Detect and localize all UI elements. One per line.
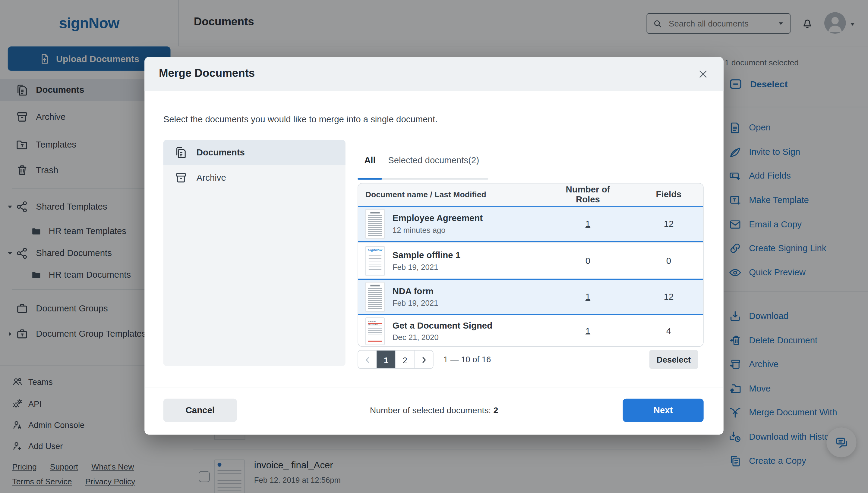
- documents-icon: [174, 146, 187, 159]
- modal-title: Merge Documents: [159, 67, 255, 80]
- fields-count: 12: [655, 292, 683, 302]
- document-thumbnail: Sample Document: [365, 317, 385, 345]
- document-date: Dec 21, 2020: [392, 333, 492, 342]
- document-name: Get a Document Signed: [392, 321, 492, 331]
- roles-link: 1: [574, 292, 602, 302]
- merge-documents-modal: Merge Documents Select the documents you…: [144, 57, 724, 434]
- table-row[interactable]: SignNow Sample offline 1 Feb 19, 2021 0 …: [358, 242, 703, 279]
- signnow-thumbnail: SignNow: [365, 246, 385, 276]
- source-documents[interactable]: Documents: [163, 140, 345, 165]
- roles-link: 1: [574, 219, 602, 229]
- col-fields-header: Fields: [649, 190, 688, 200]
- chevron-right-icon: [419, 355, 429, 365]
- pagination: 1 2: [358, 350, 433, 369]
- document-date: Feb 19, 2021: [392, 262, 460, 271]
- document-name: NDA form: [392, 286, 438, 296]
- table-header-row: Document name / Last Modified Number of …: [358, 184, 703, 206]
- roles-link: 1: [574, 326, 602, 336]
- document-name: Sample offline 1: [392, 250, 460, 260]
- fields-count: 4: [655, 326, 683, 336]
- documents-table: Document name / Last Modified Number of …: [358, 183, 704, 347]
- document-thumbnail: [365, 209, 385, 239]
- page-prev-button[interactable]: [358, 350, 377, 369]
- source-panel: Documents Archive: [163, 140, 345, 366]
- col-name-header: Document name / Last Modified: [365, 190, 486, 199]
- page-2-button[interactable]: 2: [395, 350, 414, 369]
- table-deselect-button[interactable]: Deselect: [649, 350, 698, 369]
- col-roles-header: Number of Roles: [566, 185, 610, 205]
- modal-description: Select the documents you would like to m…: [163, 114, 438, 124]
- tab-all[interactable]: All: [364, 155, 376, 165]
- archive-icon: [174, 171, 187, 185]
- next-button[interactable]: Next: [623, 399, 704, 422]
- app: signNow Upload Documents Documents Archi…: [0, 0, 868, 493]
- source-archive[interactable]: Archive: [163, 165, 345, 191]
- fields-count: 12: [655, 219, 683, 229]
- table-row[interactable]: NDA form Feb 19, 2021 1 12: [358, 279, 703, 315]
- tab-selected-documents[interactable]: Selected documents(2): [388, 155, 479, 165]
- document-date: Feb 19, 2021: [392, 298, 438, 307]
- table-row[interactable]: Employee Agreement 12 minutes ago 1 12: [358, 206, 703, 242]
- modal-footer: Cancel Number of selected documents: 2 N…: [144, 388, 724, 434]
- page-1-button[interactable]: 1: [377, 350, 395, 369]
- table-row[interactable]: Sample Document Get a Document Signed De…: [358, 315, 703, 347]
- pagination-range-text: 1 — 10 of 16: [444, 355, 491, 364]
- tab-underline-active: [358, 178, 382, 180]
- fields-count: 0: [655, 256, 683, 265]
- selected-documents-count: 2: [493, 405, 498, 415]
- modal-header: Merge Documents: [144, 57, 724, 91]
- chevron-left-icon: [362, 355, 372, 365]
- document-name: Employee Agreement: [392, 214, 483, 223]
- close-icon[interactable]: [697, 68, 709, 80]
- roles-count: 0: [574, 256, 602, 265]
- document-date: 12 minutes ago: [392, 226, 483, 234]
- document-thumbnail: [365, 282, 385, 312]
- page-next-button[interactable]: [414, 350, 432, 369]
